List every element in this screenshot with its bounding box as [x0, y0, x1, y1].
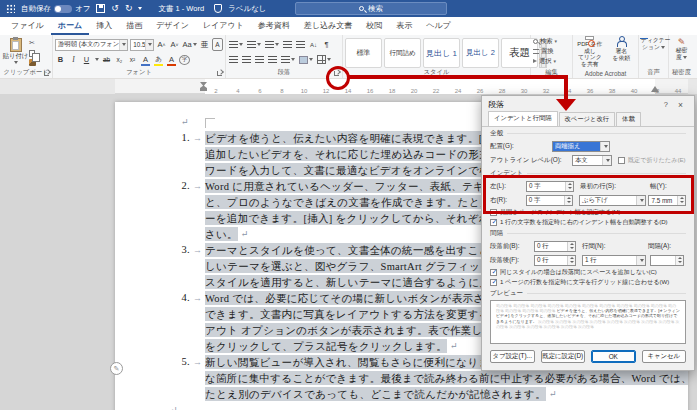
italic-button[interactable]: I — [68, 53, 79, 66]
line-spacing-icon — [281, 56, 290, 63]
ribbon-tab[interactable]: 描画 — [119, 17, 149, 35]
spacing-at-spinner[interactable] — [650, 255, 684, 266]
sensitivity-button[interactable]: ✎ 秘密度 — [671, 37, 692, 60]
cancel-button[interactable]: キャンセル — [642, 350, 687, 363]
text-effects-button[interactable]: A — [140, 53, 151, 66]
annotation-line-horizontal — [349, 75, 568, 79]
subscript-button[interactable]: x₂ — [114, 53, 125, 66]
autosave-label: 自動保存 — [21, 4, 51, 14]
ok-button[interactable]: OK — [591, 350, 636, 363]
align-left-button[interactable] — [228, 53, 239, 66]
ribbon-tab[interactable]: 挿入 — [89, 17, 119, 35]
checkbox-checked-icon — [490, 279, 497, 286]
paste-button[interactable]: 貼り付け — [2, 37, 29, 67]
autosave-toggle[interactable]: 自動保存 オフ — [21, 4, 90, 14]
search-input[interactable]: 検索 — [295, 2, 447, 15]
paragraph-mark: ↵ — [450, 341, 458, 351]
borders-button[interactable] — [316, 53, 332, 66]
font-size-combo[interactable]: 10.5 — [130, 39, 154, 51]
line-spacing-combo[interactable]: 1 行 — [582, 255, 646, 266]
ribbon-tab[interactable]: 参考資料 — [251, 17, 297, 35]
style-chip[interactable]: 標準 — [345, 38, 382, 68]
document-text-line: な箇所に集中することができます。最後まで読み終わる前に中止する必要がある場合、W… — [115, 370, 688, 386]
increase-indent-button[interactable] — [295, 38, 306, 51]
align-right-icon — [255, 56, 264, 63]
redo-icon[interactable]: ↻ — [125, 0, 133, 17]
align-right-button[interactable] — [254, 53, 265, 66]
dialog-help-button[interactable]: ? — [659, 100, 673, 109]
style-chip[interactable]: 見出し 1 — [423, 38, 460, 68]
app-launcher-icon[interactable] — [6, 4, 15, 13]
editing-item[interactable]: 検索▾ — [533, 36, 570, 46]
no-space-same-style-checkbox[interactable]: 同じスタイルの場合は段落間にスペースを追加しない(C) — [482, 267, 694, 277]
collapse-by-default-checkbox[interactable]: 既定で折りたたみ(E) — [618, 155, 686, 165]
decrease-indent-button[interactable] — [282, 38, 293, 51]
style-chip[interactable]: 見出し 2 — [462, 38, 499, 68]
request-signature-button[interactable]: 署名を依頼 — [607, 36, 637, 67]
ruler-number: 34 — [557, 84, 579, 94]
change-case-button[interactable]: Aa — [182, 38, 197, 51]
dictate-button[interactable]: ディクテーション — [641, 37, 666, 50]
show-formatting-marks-button[interactable]: ¶ — [321, 38, 332, 51]
ribbon-tab[interactable]: レイアウト — [196, 17, 251, 35]
ribbon-tab[interactable]: ヘルプ — [419, 17, 458, 35]
dialog-tab[interactable]: 体裁 — [616, 112, 641, 126]
justify-button[interactable] — [267, 53, 278, 66]
style-chip[interactable]: 行間詰め — [384, 38, 421, 68]
autosave-switch-icon[interactable] — [54, 5, 72, 13]
dialog-tab[interactable]: インデントと行間隔 — [488, 111, 558, 126]
line-spacing-button[interactable] — [280, 53, 296, 66]
font-color-button[interactable]: A — [166, 53, 177, 66]
highlight-color-button[interactable]: あ — [153, 53, 164, 66]
font-name-combo[interactable]: 游明朝 (本文のフォン — [55, 39, 128, 51]
clipboard-dialog-launcher[interactable] — [44, 71, 49, 76]
ribbon-tab[interactable]: ホーム — [51, 17, 89, 35]
dialog-tab[interactable]: 改ページと改行 — [559, 112, 616, 126]
quick-access-caret-icon[interactable] — [138, 7, 142, 10]
sort-button[interactable]: A↓ — [308, 38, 319, 51]
sensitivity-shield-icon — [214, 4, 222, 13]
styles-group: 標準行間詰め見出し 1見出し 2表題 スタイル — [343, 35, 531, 78]
alignment-combo[interactable]: 両端揃え — [552, 141, 610, 152]
cut-button[interactable]: ✂ — [29, 39, 36, 48]
dialog-close-button[interactable]: × — [673, 100, 688, 110]
grow-font-button[interactable]: A˄ — [156, 38, 167, 51]
snap-to-grid-checkbox[interactable]: 1 ページの行数を指定時に文字を行グリッド線に合わせる(W) — [482, 277, 694, 287]
ribbon-tab[interactable]: 表示 — [389, 17, 419, 35]
numbering-button[interactable] — [246, 38, 262, 51]
editing-item[interactable]: 置換 — [533, 46, 570, 56]
right-indent-marker[interactable] — [651, 86, 659, 92]
enclose-char-stamp-button[interactable]: 字 — [179, 55, 190, 65]
ruler-number: 28 — [491, 84, 513, 94]
font-dialog-launcher[interactable] — [217, 71, 222, 76]
ruby-button[interactable]: 亜 — [199, 38, 210, 51]
ribbon-tab[interactable]: 校閲 — [359, 17, 389, 35]
underline-button[interactable]: U — [81, 53, 92, 66]
shrink-font-button[interactable]: A˅ — [169, 38, 180, 51]
borders-icon — [317, 55, 326, 64]
space-before-spinner[interactable]: 0 行 — [534, 241, 576, 252]
enclose-characters-button[interactable]: A — [212, 38, 223, 51]
editing-item[interactable]: 選択▾ — [533, 56, 570, 66]
shading-button[interactable] — [298, 53, 314, 66]
voice-group: ディクテーション 音声 — [639, 35, 669, 78]
ribbon-tab[interactable]: デザイン — [149, 17, 196, 35]
set-as-default-button[interactable]: 既定に設定(D) — [541, 350, 586, 363]
ribbon-tab[interactable]: 差し込み文書 — [297, 17, 359, 35]
create-pdf-button[interactable]: PDF を作成してリンクを共有 — [575, 36, 605, 67]
undo-icon[interactable]: ↺ — [111, 0, 119, 17]
ribbon-tab[interactable]: ファイル — [4, 17, 51, 35]
tabs-settings-button[interactable]: タブ設定(T)... — [490, 350, 535, 363]
auto-adjust-indent-checkbox[interactable]: 1 行の文字数を指定時に右のインデント幅を自動調整する(D) — [482, 217, 694, 227]
copy-button[interactable] — [29, 49, 36, 58]
align-center-button[interactable] — [241, 53, 252, 66]
superscript-button[interactable]: x² — [127, 53, 138, 66]
bullets-button[interactable] — [228, 38, 244, 51]
bold-button[interactable]: B — [55, 53, 66, 66]
outline-level-combo[interactable]: 本文 — [572, 155, 612, 166]
space-after-spinner[interactable]: 0 行 — [534, 255, 576, 266]
save-icon[interactable] — [96, 4, 105, 13]
multilevel-list-button[interactable] — [264, 38, 280, 51]
strikethrough-button[interactable]: ab — [101, 53, 112, 66]
underline-caret-icon[interactable] — [95, 58, 99, 61]
